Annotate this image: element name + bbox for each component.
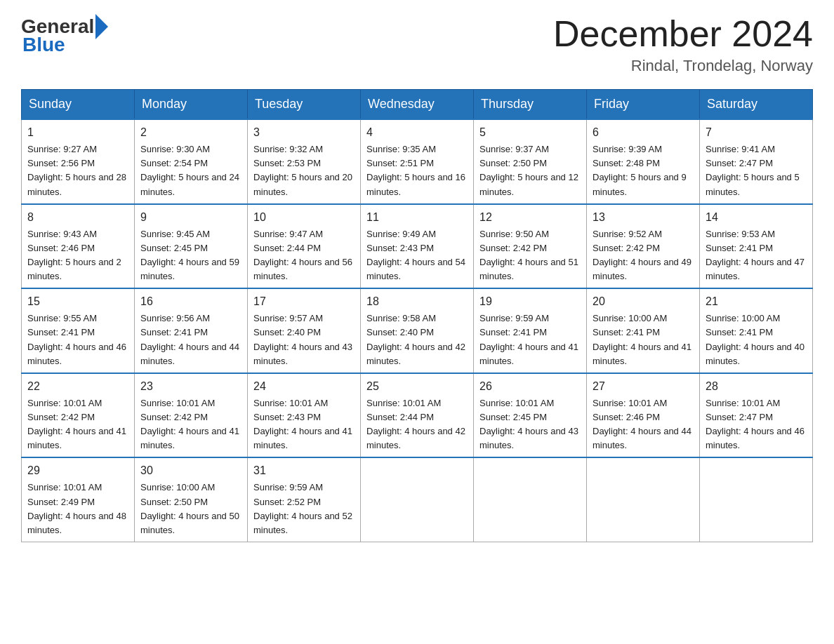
calendar-cell-w3-d5: 19 Sunrise: 9:59 AMSunset: 2:41 PMDaylig… — [474, 288, 587, 373]
day-number: 26 — [479, 378, 581, 395]
calendar-cell-w4-d5: 26 Sunrise: 10:01 AMSunset: 2:45 PMDayli… — [474, 373, 587, 458]
day-number: 13 — [593, 209, 694, 226]
calendar-cell-w3-d3: 17 Sunrise: 9:57 AMSunset: 2:40 PMDaylig… — [248, 288, 361, 373]
day-number: 19 — [479, 293, 581, 310]
day-info: Sunrise: 9:59 AMSunset: 2:41 PMDaylight:… — [479, 313, 578, 365]
calendar-cell-w2-d6: 13 Sunrise: 9:52 AMSunset: 2:42 PMDaylig… — [587, 204, 700, 289]
day-info: Sunrise: 10:01 AMSunset: 2:42 PMDaylight… — [27, 398, 126, 450]
day-number: 24 — [253, 378, 355, 395]
day-info: Sunrise: 9:41 AMSunset: 2:47 PMDaylight:… — [706, 144, 800, 196]
calendar-cell-w1-d4: 4 Sunrise: 9:35 AMSunset: 2:51 PMDayligh… — [361, 119, 474, 204]
day-info: Sunrise: 10:01 AMSunset: 2:45 PMDaylight… — [479, 398, 578, 450]
calendar-cell-w3-d4: 18 Sunrise: 9:58 AMSunset: 2:40 PMDaylig… — [361, 288, 474, 373]
calendar-week-4: 22 Sunrise: 10:01 AMSunset: 2:42 PMDayli… — [22, 373, 813, 458]
day-info: Sunrise: 9:49 AMSunset: 2:43 PMDaylight:… — [366, 229, 465, 281]
day-info: Sunrise: 9:57 AMSunset: 2:40 PMDaylight:… — [253, 313, 352, 365]
day-number: 5 — [479, 124, 581, 141]
day-number: 2 — [140, 124, 241, 141]
calendar-cell-w5-d7 — [700, 457, 813, 542]
day-number: 20 — [593, 293, 694, 310]
day-info: Sunrise: 10:01 AMSunset: 2:43 PMDaylight… — [253, 398, 352, 450]
day-info: Sunrise: 9:30 AMSunset: 2:54 PMDaylight:… — [140, 144, 239, 196]
day-number: 17 — [253, 293, 355, 310]
calendar-cell-w1-d7: 7 Sunrise: 9:41 AMSunset: 2:47 PMDayligh… — [700, 119, 813, 204]
day-number: 16 — [140, 293, 241, 310]
day-info: Sunrise: 10:01 AMSunset: 2:42 PMDaylight… — [140, 398, 239, 450]
logo-blue-text: Blue — [22, 34, 65, 56]
calendar-cell-w1-d2: 2 Sunrise: 9:30 AMSunset: 2:54 PMDayligh… — [135, 119, 248, 204]
day-number: 22 — [27, 378, 128, 395]
calendar-cell-w2-d1: 8 Sunrise: 9:43 AMSunset: 2:46 PMDayligh… — [22, 204, 135, 289]
page-header: General Blue December 2024 Rindal, Trond… — [21, 14, 813, 75]
day-info: Sunrise: 9:53 AMSunset: 2:41 PMDaylight:… — [706, 229, 805, 281]
day-info: Sunrise: 10:00 AMSunset: 2:50 PMDaylight… — [140, 482, 239, 535]
day-number: 21 — [706, 293, 807, 310]
day-number: 30 — [140, 462, 241, 479]
header-monday: Monday — [135, 90, 248, 120]
calendar-cell-w5-d3: 31 Sunrise: 9:59 AMSunset: 2:52 PMDaylig… — [248, 457, 361, 542]
calendar-cell-w3-d7: 21 Sunrise: 10:00 AMSunset: 2:41 PMDayli… — [700, 288, 813, 373]
calendar-cell-w4-d4: 25 Sunrise: 10:01 AMSunset: 2:44 PMDayli… — [361, 373, 474, 458]
day-number: 23 — [140, 378, 241, 395]
title-section: December 2024 Rindal, Trondelag, Norway — [553, 14, 813, 75]
header-sunday: Sunday — [22, 90, 135, 120]
calendar-cell-w2-d4: 11 Sunrise: 9:49 AMSunset: 2:43 PMDaylig… — [361, 204, 474, 289]
day-info: Sunrise: 10:01 AMSunset: 2:49 PMDaylight… — [27, 482, 126, 535]
day-info: Sunrise: 10:00 AMSunset: 2:41 PMDaylight… — [706, 313, 805, 365]
day-number: 4 — [366, 124, 468, 141]
day-info: Sunrise: 9:32 AMSunset: 2:53 PMDaylight:… — [253, 144, 352, 196]
calendar-cell-w4-d2: 23 Sunrise: 10:01 AMSunset: 2:42 PMDayli… — [135, 373, 248, 458]
day-number: 14 — [706, 209, 807, 226]
calendar-cell-w1-d5: 5 Sunrise: 9:37 AMSunset: 2:50 PMDayligh… — [474, 119, 587, 204]
header-thursday: Thursday — [474, 90, 587, 120]
day-info: Sunrise: 9:47 AMSunset: 2:44 PMDaylight:… — [253, 229, 352, 281]
day-info: Sunrise: 9:55 AMSunset: 2:41 PMDaylight:… — [27, 313, 126, 365]
day-number: 10 — [253, 209, 355, 226]
calendar-cell-w3-d6: 20 Sunrise: 10:00 AMSunset: 2:41 PMDayli… — [587, 288, 700, 373]
day-info: Sunrise: 9:35 AMSunset: 2:51 PMDaylight:… — [366, 144, 465, 196]
day-number: 6 — [593, 124, 694, 141]
day-number: 27 — [593, 378, 694, 395]
day-info: Sunrise: 9:50 AMSunset: 2:42 PMDaylight:… — [479, 229, 578, 281]
calendar-week-3: 15 Sunrise: 9:55 AMSunset: 2:41 PMDaylig… — [22, 288, 813, 373]
header-tuesday: Tuesday — [248, 90, 361, 120]
logo-arrow-icon — [95, 14, 108, 39]
calendar-cell-w2-d7: 14 Sunrise: 9:53 AMSunset: 2:41 PMDaylig… — [700, 204, 813, 289]
day-number: 29 — [27, 462, 128, 479]
day-info: Sunrise: 9:43 AMSunset: 2:46 PMDaylight:… — [27, 229, 121, 281]
day-number: 25 — [366, 378, 468, 395]
calendar-cell-w3-d2: 16 Sunrise: 9:56 AMSunset: 2:41 PMDaylig… — [135, 288, 248, 373]
calendar-cell-w1-d3: 3 Sunrise: 9:32 AMSunset: 2:53 PMDayligh… — [248, 119, 361, 204]
calendar-week-1: 1 Sunrise: 9:27 AMSunset: 2:56 PMDayligh… — [22, 119, 813, 204]
calendar-cell-w2-d3: 10 Sunrise: 9:47 AMSunset: 2:44 PMDaylig… — [248, 204, 361, 289]
day-number: 12 — [479, 209, 581, 226]
day-info: Sunrise: 9:39 AMSunset: 2:48 PMDaylight:… — [593, 144, 687, 196]
calendar-cell-w1-d6: 6 Sunrise: 9:39 AMSunset: 2:48 PMDayligh… — [587, 119, 700, 204]
day-info: Sunrise: 9:52 AMSunset: 2:42 PMDaylight:… — [593, 229, 691, 281]
calendar-cell-w5-d1: 29 Sunrise: 10:01 AMSunset: 2:49 PMDayli… — [22, 457, 135, 542]
day-number: 3 — [253, 124, 355, 141]
calendar-cell-w4-d7: 28 Sunrise: 10:01 AMSunset: 2:47 PMDayli… — [700, 373, 813, 458]
day-number: 11 — [366, 209, 468, 226]
calendar-header-row: Sunday Monday Tuesday Wednesday Thursday… — [22, 90, 813, 120]
header-wednesday: Wednesday — [361, 90, 474, 120]
calendar-cell-w4-d3: 24 Sunrise: 10:01 AMSunset: 2:43 PMDayli… — [248, 373, 361, 458]
calendar-cell-w5-d6 — [587, 457, 700, 542]
location-text: Rindal, Trondelag, Norway — [553, 57, 813, 75]
calendar-cell-w5-d4 — [361, 457, 474, 542]
calendar-cell-w4-d1: 22 Sunrise: 10:01 AMSunset: 2:42 PMDayli… — [22, 373, 135, 458]
day-number: 28 — [706, 378, 807, 395]
calendar-cell-w3-d1: 15 Sunrise: 9:55 AMSunset: 2:41 PMDaylig… — [22, 288, 135, 373]
day-info: Sunrise: 10:01 AMSunset: 2:47 PMDaylight… — [706, 398, 805, 450]
day-number: 15 — [27, 293, 128, 310]
day-number: 9 — [140, 209, 241, 226]
day-number: 1 — [27, 124, 128, 141]
day-info: Sunrise: 9:37 AMSunset: 2:50 PMDaylight:… — [479, 144, 578, 196]
day-info: Sunrise: 9:27 AMSunset: 2:56 PMDaylight:… — [27, 144, 126, 196]
calendar-week-2: 8 Sunrise: 9:43 AMSunset: 2:46 PMDayligh… — [22, 204, 813, 289]
header-friday: Friday — [587, 90, 700, 120]
day-number: 18 — [366, 293, 468, 310]
calendar-cell-w1-d1: 1 Sunrise: 9:27 AMSunset: 2:56 PMDayligh… — [22, 119, 135, 204]
calendar-cell-w4-d6: 27 Sunrise: 10:01 AMSunset: 2:46 PMDayli… — [587, 373, 700, 458]
calendar-table: Sunday Monday Tuesday Wednesday Thursday… — [21, 89, 813, 542]
